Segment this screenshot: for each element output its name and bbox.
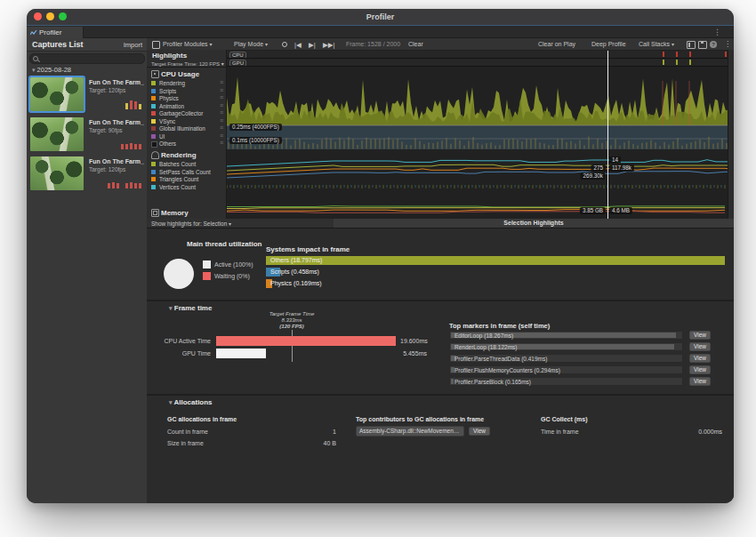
highlights-gpu-row[interactable]: GPU [227, 59, 734, 67]
target-frame-time-dropdown[interactable]: Target Frame Time: 120 FPS ▾ [151, 60, 224, 67]
legend-item-ui[interactable]: UI≡ [150, 133, 225, 140]
systems-bar-scripts: Scripts (0.458ms) [266, 268, 280, 277]
profiler-modules-dropdown[interactable]: Profiler Modules ▾ [163, 41, 213, 47]
capture-target-fps: Target: 90fps [89, 127, 123, 133]
gc-collect-title: GC Collect (ms) [541, 416, 588, 422]
title-bar[interactable]: Profiler [27, 9, 734, 26]
capture-group-row[interactable]: ▾ 2025-08-28 [32, 66, 71, 74]
legend-item-others[interactable]: Others≡ [150, 140, 225, 148]
profiler-toolbar: Profiler Modules ▾ Play Mode ▾ |◀ ▶| ▶▶|… [147, 38, 734, 51]
deep-profile-button[interactable]: Deep Profile [591, 41, 626, 47]
legend-item-triangles-count[interactable]: Triangles Count [150, 176, 225, 183]
show-highlights-dropdown[interactable]: Show highlights for: Selection ▾ [147, 219, 334, 228]
call-stacks-dropdown[interactable]: Call Stacks ▾ [639, 41, 674, 47]
waiting-legend-swatch [203, 272, 211, 280]
capture-name: Fun On The Farm_2... [89, 119, 144, 125]
rendering-chart[interactable] [227, 149, 734, 204]
current-frame-button[interactable]: ▶▶| [323, 41, 334, 49]
captures-search-input[interactable] [29, 53, 145, 64]
play-mode-dropdown[interactable]: Play Mode ▾ [234, 41, 268, 47]
tab-profiler[interactable]: Profiler [27, 27, 84, 38]
memory-chart[interactable] [227, 204, 734, 219]
series-color-swatch [151, 126, 156, 131]
drag-handle-icon[interactable]: ≡ [220, 109, 223, 116]
drag-handle-icon[interactable]: ≡ [220, 117, 223, 124]
previous-frame-button[interactable]: |◀ [294, 41, 302, 49]
waiting-legend-label: Waiting (0%) [214, 273, 250, 279]
memory-module-title: Memory [161, 209, 189, 217]
highlights-cpu-row[interactable]: CPU [227, 51, 734, 59]
drag-handle-icon[interactable]: ≡ [220, 87, 223, 93]
save-icon[interactable] [698, 41, 707, 49]
legend-item-vertices-count[interactable]: Vertices Count [150, 184, 225, 191]
series-color-swatch [151, 119, 156, 124]
marker-row-parsethreaddata: Profiler.ParseThreadData (0.419ms) View [449, 354, 707, 363]
group-collapse-icon: ▾ [32, 67, 36, 73]
systems-bar-others: Others (18.797ms) [266, 256, 725, 265]
next-frame-button[interactable]: ▶| [309, 41, 316, 49]
legend-item-rendering[interactable]: Rendering≡ [150, 80, 225, 87]
capture-minichart [108, 182, 141, 188]
drag-handle-icon[interactable]: ≡ [220, 132, 223, 139]
drag-handle-icon[interactable]: ≡ [220, 94, 223, 100]
view-button[interactable]: View [689, 377, 711, 386]
capture-name: Fun On The Farm_2... [89, 158, 144, 164]
import-button[interactable]: Import [124, 41, 142, 49]
drag-handle-icon[interactable]: ≡ [220, 124, 223, 131]
tab-bar-menu-icon[interactable]: ⋮ [713, 27, 721, 37]
help-icon[interactable]: ? [710, 41, 717, 48]
capture-target-fps: Target: 120fps [89, 166, 125, 172]
gpu-time-label: GPU Time [147, 350, 211, 357]
capture-target-fps: Target: 120fps [89, 87, 125, 93]
legend-item-vsync[interactable]: VSync≡ [150, 118, 225, 125]
series-color-swatch [151, 162, 156, 166]
main-thread-pie-chart [164, 259, 194, 289]
collapse-icon: ▾ [169, 399, 173, 405]
legend-item-batches-count[interactable]: Batches Count [150, 161, 225, 168]
clear-button[interactable]: Clear [408, 41, 423, 47]
count-in-frame-label: Count in frame [167, 429, 208, 435]
legend-item-physics[interactable]: Physics≡ [150, 95, 225, 102]
record-button-icon[interactable] [282, 42, 287, 47]
selection-highlights-panel: Main thread utilization Active (100%) Wa… [147, 228, 734, 503]
capture-item-3[interactable]: Fun On The Farm_2... Target: 120fps [28, 155, 145, 193]
capture-item-2[interactable]: Fun On The Farm_2... Target: 90fps [28, 116, 145, 154]
active-legend-swatch [203, 260, 211, 268]
active-legend-label: Active (100%) [214, 261, 253, 268]
kebab-menu-icon[interactable]: ⋮ [724, 40, 731, 48]
desktop-background: Profiler Profiler ⋮ Captures List Import… [0, 0, 756, 537]
capture-item-1[interactable]: Fun On The Farm_2... Target: 120fps [28, 76, 145, 114]
view-button[interactable]: View [689, 342, 711, 351]
rendering-module-title: Rendering [161, 151, 197, 159]
view-button[interactable]: View [689, 331, 711, 340]
chart-scrollbar[interactable] [728, 50, 734, 219]
view-button[interactable]: View [689, 354, 711, 363]
frame-time-section-title[interactable]: ▾ Frame time [169, 304, 212, 312]
drag-handle-icon[interactable]: ≡ [220, 79, 223, 85]
gc-allocations-title: GC allocations in frame [167, 416, 237, 422]
drag-handle-icon[interactable]: ≡ [220, 140, 223, 146]
cpu-active-time-value: 19.600ms [400, 338, 427, 344]
legend-item-animation[interactable]: Animation≡ [150, 103, 225, 110]
view-button[interactable]: View [689, 365, 711, 374]
gc-contributor-entry[interactable]: Assembly-CSharp.dll::NewMovement.Update(… [356, 426, 464, 437]
marker-row-renderloop: RenderLoop (18.122ms) View [449, 342, 707, 351]
legend-item-garbagecollector[interactable]: GarbageCollector≡ [150, 110, 225, 117]
tab-label: Profiler [39, 27, 61, 38]
memory-gc-value: 4.6 MB [609, 207, 632, 214]
grid-label-01ms: 0.1ms (10000FPS) [229, 137, 282, 144]
allocations-section-title[interactable]: ▾ Allocations [169, 398, 213, 406]
legend-item-setpass-calls-count[interactable]: SetPass Calls Count [150, 169, 225, 176]
selected-frame-playhead[interactable] [607, 51, 608, 219]
legend-item-global-illumination[interactable]: Global Illumination≡ [150, 125, 225, 132]
frame-all-icon[interactable] [687, 41, 696, 49]
view-button[interactable]: View [469, 427, 490, 436]
cpu-usage-chart[interactable] [227, 67, 734, 149]
target-frame-time-line [292, 330, 293, 362]
profiler-tab-icon [30, 29, 37, 36]
drag-handle-icon[interactable]: ≡ [220, 102, 223, 108]
clear-on-play-button[interactable]: Clear on Play [538, 41, 575, 47]
legend-item-scripts[interactable]: Scripts≡ [150, 88, 225, 95]
series-color-swatch [151, 111, 156, 116]
chart-area[interactable]: CPU GPU 0.25ms (4000FPS) 0.1ms (10000FPS… [227, 50, 734, 219]
